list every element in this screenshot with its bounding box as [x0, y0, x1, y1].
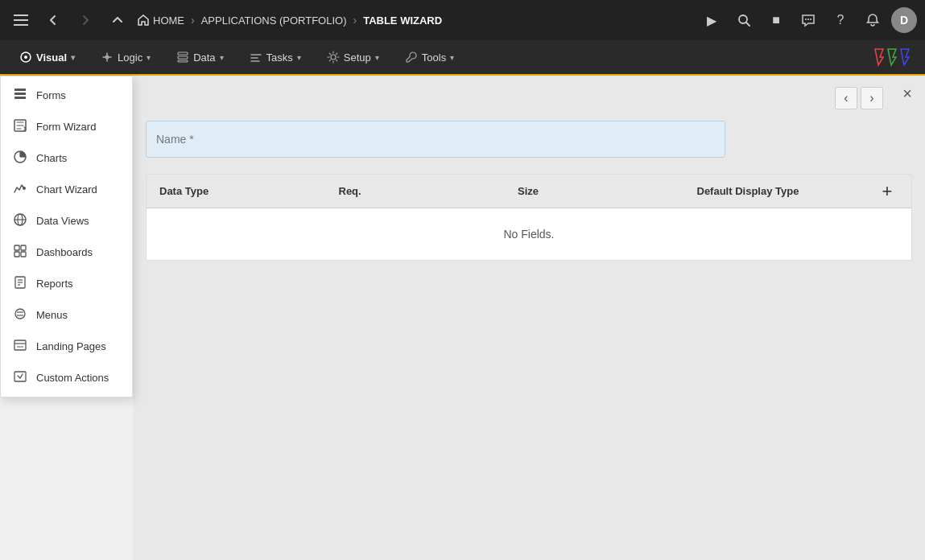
- svg-rect-42: [14, 372, 26, 381]
- svg-marker-14: [875, 49, 883, 65]
- charts-icon: [12, 150, 28, 167]
- fields-table: Data Type Req. Size Default Display Type…: [146, 174, 912, 261]
- hamburger-icon[interactable]: [8, 7, 34, 33]
- no-fields-text: No Fields.: [503, 228, 554, 241]
- nav-item-data[interactable]: Data ▾: [165, 46, 234, 68]
- help-btn[interactable]: ?: [827, 6, 854, 34]
- svg-rect-39: [14, 340, 26, 350]
- data-views-icon: [12, 212, 28, 229]
- back-icon[interactable]: [40, 7, 66, 33]
- menus-icon: [12, 307, 28, 323]
- svg-point-13: [331, 55, 336, 60]
- menu-item-data-views[interactable]: Data Views: [1, 205, 132, 237]
- col-data-type: Data Type: [147, 185, 326, 197]
- stop-btn[interactable]: ■: [762, 6, 790, 34]
- svg-point-5: [807, 19, 809, 20]
- reports-icon: [12, 275, 28, 292]
- visual-dropdown-menu: Forms Form Wizard Charts: [0, 76, 133, 397]
- chart-wizard-icon: [12, 181, 28, 198]
- home-link[interactable]: HOME: [137, 14, 184, 27]
- tasks-arrow: ▾: [297, 53, 301, 62]
- nav-item-logic[interactable]: Logic ▾: [89, 46, 162, 68]
- breadcrumb-item-current: TABLE WIZARD: [363, 14, 442, 27]
- nav-bar: Visual ▾ Logic ▾ Data ▾ Tasks ▾ Setup ▾: [0, 40, 925, 76]
- col-add: +: [863, 180, 911, 203]
- five-logo: [869, 45, 917, 69]
- dashboards-icon: [12, 244, 28, 261]
- close-button[interactable]: ×: [902, 85, 912, 101]
- menu-item-dashboards[interactable]: Dashboards: [1, 237, 132, 268]
- breadcrumb-item-apps[interactable]: APPLICATIONS (PORTFOLIO): [201, 14, 347, 27]
- visual-arrow: ▾: [71, 53, 75, 62]
- svg-rect-12: [178, 60, 188, 62]
- menu-item-menus[interactable]: Menus: [1, 299, 132, 331]
- svg-point-36: [15, 309, 25, 319]
- menu-item-landing-pages[interactable]: Landing Pages: [1, 331, 132, 362]
- custom-actions-icon: [12, 369, 28, 386]
- nav-item-setup[interactable]: Setup ▾: [316, 46, 390, 68]
- data-arrow: ▾: [220, 53, 224, 62]
- svg-point-8: [24, 56, 27, 59]
- svg-rect-0: [14, 14, 28, 16]
- prev-arrow[interactable]: ‹: [835, 87, 857, 109]
- chat-btn[interactable]: [795, 6, 822, 34]
- form-wizard-icon: [12, 118, 28, 135]
- nav-item-tools[interactable]: Tools ▾: [394, 46, 465, 68]
- name-input[interactable]: [146, 121, 725, 158]
- top-bar-actions: ▶ ■ ? D: [698, 6, 917, 34]
- svg-point-4: [805, 19, 807, 20]
- menu-item-forms[interactable]: Forms: [1, 80, 132, 111]
- breadcrumb: HOME › APPLICATIONS (PORTFOLIO) › TABLE …: [137, 14, 692, 27]
- add-field-button[interactable]: +: [876, 180, 898, 203]
- menu-item-charts[interactable]: Charts: [1, 142, 132, 174]
- notification-btn[interactable]: [859, 6, 886, 34]
- svg-point-24: [23, 187, 26, 190]
- nav-item-visual[interactable]: Visual ▾: [8, 46, 86, 68]
- play-btn[interactable]: ▶: [698, 6, 725, 34]
- svg-rect-17: [14, 89, 26, 91]
- svg-rect-31: [21, 252, 26, 257]
- menu-item-reports[interactable]: Reports: [1, 268, 132, 299]
- pagination-arrows: ‹ ›: [835, 87, 883, 109]
- col-size: Size: [505, 185, 684, 197]
- setup-arrow: ▾: [375, 53, 379, 62]
- breadcrumb-sep-2: ›: [353, 14, 357, 27]
- name-field-container: [146, 121, 912, 158]
- svg-rect-10: [178, 52, 188, 55]
- svg-marker-16: [901, 49, 909, 65]
- menu-item-chart-wizard[interactable]: Chart Wizard: [1, 174, 132, 205]
- top-bar: HOME › APPLICATIONS (PORTFOLIO) › TABLE …: [0, 0, 925, 40]
- menu-item-form-wizard[interactable]: Form Wizard: [1, 111, 132, 142]
- svg-rect-29: [21, 245, 26, 250]
- nav-item-tasks[interactable]: Tasks ▾: [238, 46, 312, 68]
- col-display-type: Default Display Type: [684, 185, 864, 197]
- col-req: Req.: [326, 185, 506, 197]
- svg-rect-2: [14, 24, 28, 26]
- next-arrow[interactable]: ›: [861, 87, 883, 109]
- svg-rect-18: [14, 93, 26, 95]
- avatar[interactable]: D: [891, 7, 917, 33]
- forward-icon[interactable]: [72, 7, 98, 33]
- table-header: Data Type Req. Size Default Display Type…: [147, 175, 911, 208]
- svg-rect-1: [14, 19, 28, 21]
- forms-icon: [12, 87, 28, 104]
- logic-arrow: ▾: [147, 53, 151, 62]
- menu-item-custom-actions[interactable]: Custom Actions: [1, 362, 132, 393]
- right-panel: ‹ › × Data Type Req. Size Default Displa…: [133, 76, 925, 560]
- main-content: Forms Form Wizard Charts: [0, 76, 925, 560]
- landing-pages-icon: [12, 338, 28, 355]
- svg-rect-11: [178, 56, 188, 59]
- logo-area: [869, 45, 917, 69]
- search-btn[interactable]: [730, 6, 758, 34]
- table-body: No Fields.: [147, 208, 911, 260]
- tools-arrow: ▾: [450, 53, 454, 62]
- svg-rect-30: [14, 252, 19, 257]
- breadcrumb-sep-1: ›: [191, 14, 195, 27]
- svg-rect-19: [14, 97, 26, 99]
- up-icon[interactable]: [105, 7, 130, 33]
- svg-point-6: [810, 19, 811, 20]
- svg-rect-28: [14, 245, 19, 250]
- svg-marker-15: [888, 49, 896, 65]
